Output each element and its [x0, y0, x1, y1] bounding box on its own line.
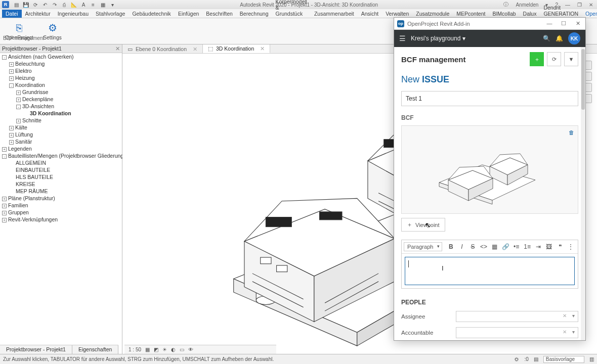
- tree-item[interactable]: -Koordination: [0, 81, 122, 88]
- quote-icon[interactable]: ❝: [555, 242, 565, 252]
- tree-item[interactable]: +Deckenpläne: [0, 96, 122, 103]
- expand-icon[interactable]: -: [2, 55, 7, 60]
- ribbon-tab[interactable]: Körpermodell & Grundstück: [272, 0, 311, 18]
- expand-icon[interactable]: +: [16, 119, 21, 123]
- avatar[interactable]: KK: [568, 32, 580, 44]
- addin-maximize-button[interactable]: ☐: [559, 20, 568, 27]
- crop-icon[interactable]: ▭: [180, 347, 184, 352]
- tree-item[interactable]: KREISE: [0, 180, 122, 188]
- insert-icon[interactable]: ▦: [490, 242, 500, 252]
- tree-item[interactable]: 3D Koordination: [0, 110, 122, 117]
- view-tab[interactable]: ⬚3D Koordination✕: [203, 44, 270, 53]
- tree-item[interactable]: +Pläne (Planstruktur): [0, 195, 122, 202]
- select-icon[interactable]: ⯐: [514, 356, 519, 362]
- expand-icon[interactable]: +: [2, 147, 7, 152]
- view-tab[interactable]: ▭Ebene 0 Koordination✕: [122, 44, 203, 53]
- tree-item[interactable]: +Revit-Verknüpfungen: [0, 216, 122, 223]
- description-textarea[interactable]: I: [405, 257, 575, 285]
- close-button[interactable]: ✕: [587, 2, 595, 8]
- expand-icon[interactable]: +: [9, 76, 14, 81]
- expand-icon[interactable]: +: [16, 98, 21, 102]
- image-icon[interactable]: 🖼: [544, 242, 554, 252]
- shadows-icon[interactable]: ◐: [171, 347, 176, 352]
- undo-icon[interactable]: ↶: [41, 1, 49, 8]
- worksets-icon[interactable]: :0: [524, 356, 528, 362]
- viewpoint-thumbnail[interactable]: 🗑: [401, 125, 578, 214]
- addin-scrollbar[interactable]: [581, 47, 585, 340]
- sun-icon[interactable]: ☀: [162, 347, 167, 352]
- tree-item[interactable]: +Legenden: [0, 145, 122, 152]
- expand-icon[interactable]: +: [2, 211, 7, 215]
- ribbon-tab[interactable]: Ingenieurbau: [54, 10, 92, 18]
- ribbon-tab[interactable]: Zusammenarbeit: [311, 10, 358, 18]
- tree-item[interactable]: +Familien: [0, 202, 122, 209]
- save-icon[interactable]: 💾: [22, 1, 30, 8]
- ribbon-tab[interactable]: Architektur: [22, 10, 54, 18]
- project-selector[interactable]: Kresi's playground ▾: [411, 35, 465, 42]
- link-icon[interactable]: 🔗: [500, 242, 510, 252]
- dock-tab[interactable]: Eigenschaften: [72, 345, 119, 354]
- clear-icon[interactable]: ✕: [563, 329, 567, 335]
- italic-icon[interactable]: I: [457, 242, 467, 252]
- close-icon[interactable]: ✕: [193, 46, 197, 52]
- tree-item[interactable]: HLS BAUTEILE: [0, 173, 122, 180]
- visual-style-icon[interactable]: ◩: [154, 347, 158, 352]
- tree-item[interactable]: +Sanitär: [0, 138, 122, 145]
- ribbon-tab[interactable]: Einfügen: [175, 10, 202, 18]
- bold-icon[interactable]: B: [446, 242, 456, 252]
- assignee-select[interactable]: ✕: [456, 311, 578, 322]
- expand-icon[interactable]: -: [2, 154, 7, 159]
- expand-icon[interactable]: +: [2, 197, 7, 201]
- hide-icon[interactable]: 👁: [188, 347, 193, 352]
- expand-icon[interactable]: +: [9, 69, 14, 74]
- expand-icon[interactable]: +: [9, 62, 14, 67]
- close-icon[interactable]: ✕: [260, 46, 265, 52]
- detail-icon[interactable]: ▦: [145, 347, 150, 352]
- tree-item[interactable]: +Kälte: [0, 124, 122, 131]
- create-button[interactable]: ＋: [530, 52, 544, 66]
- dock-tab[interactable]: Projektbrowser - Projekt1: [0, 345, 72, 354]
- scroll-thumb[interactable]: [581, 49, 585, 110]
- ribbon-tab[interactable]: BIMcollab: [489, 10, 519, 18]
- ribbon-tab[interactable]: Ansicht: [358, 10, 382, 18]
- ribbon-tab[interactable]: MEPcontent: [453, 10, 489, 18]
- ribbon-tab[interactable]: Datei: [2, 10, 22, 18]
- print-icon[interactable]: ⎙: [60, 1, 68, 8]
- section-icon[interactable]: A: [79, 1, 88, 8]
- paragraph-select[interactable]: Paragraph: [404, 242, 442, 251]
- refresh-button[interactable]: ⟳: [547, 52, 561, 66]
- search-icon[interactable]: 🔍: [543, 35, 550, 42]
- redo-icon[interactable]: ↷: [51, 1, 59, 8]
- expand-icon[interactable]: +: [9, 140, 14, 145]
- close-icon[interactable]: ✕: [115, 46, 120, 52]
- expand-icon[interactable]: +: [16, 90, 21, 95]
- tree-item[interactable]: MEP RÄUME: [0, 188, 122, 195]
- expand-icon[interactable]: +: [2, 204, 7, 208]
- number-list-icon[interactable]: 1≡: [522, 242, 532, 252]
- measure-icon[interactable]: 📐: [70, 1, 78, 8]
- sel-toggle-icon[interactable]: ▥: [589, 356, 594, 362]
- sync-icon[interactable]: ⟳: [31, 1, 39, 8]
- expand-icon[interactable]: +: [2, 218, 7, 222]
- ribbon-tab[interactable]: Berechnung: [236, 10, 272, 18]
- strike-icon[interactable]: S: [468, 242, 478, 252]
- indent-icon[interactable]: ⇥: [533, 242, 543, 252]
- ribbon-tab[interactable]: Gebäudetechnik: [129, 10, 174, 18]
- more-icon[interactable]: ⋮: [566, 242, 576, 252]
- switch-windows-icon[interactable]: ▾: [108, 1, 116, 8]
- tree-item[interactable]: +Gruppen: [0, 209, 122, 216]
- clear-icon[interactable]: ✕: [563, 313, 567, 318]
- tree-item[interactable]: +Grundrisse: [0, 88, 122, 96]
- filter-icon[interactable]: ▤: [534, 356, 538, 362]
- add-viewpoint-button[interactable]: ＋ Viewpoint: [401, 218, 445, 232]
- subject-input[interactable]: [401, 91, 578, 106]
- expand-icon[interactable]: -: [9, 83, 14, 88]
- ribbon-tab[interactable]: Zusatzmodule: [412, 10, 453, 18]
- addin-close-button[interactable]: ✕: [573, 20, 582, 27]
- tree-item[interactable]: +Lüftung: [0, 131, 122, 138]
- tree-item[interactable]: -3D-Ansichten: [0, 103, 122, 110]
- expand-icon[interactable]: +: [9, 133, 14, 138]
- tree-item[interactable]: +Elektro: [0, 67, 122, 74]
- signin-link[interactable]: Anmelden: [514, 2, 540, 8]
- code-icon[interactable]: <>: [479, 242, 489, 252]
